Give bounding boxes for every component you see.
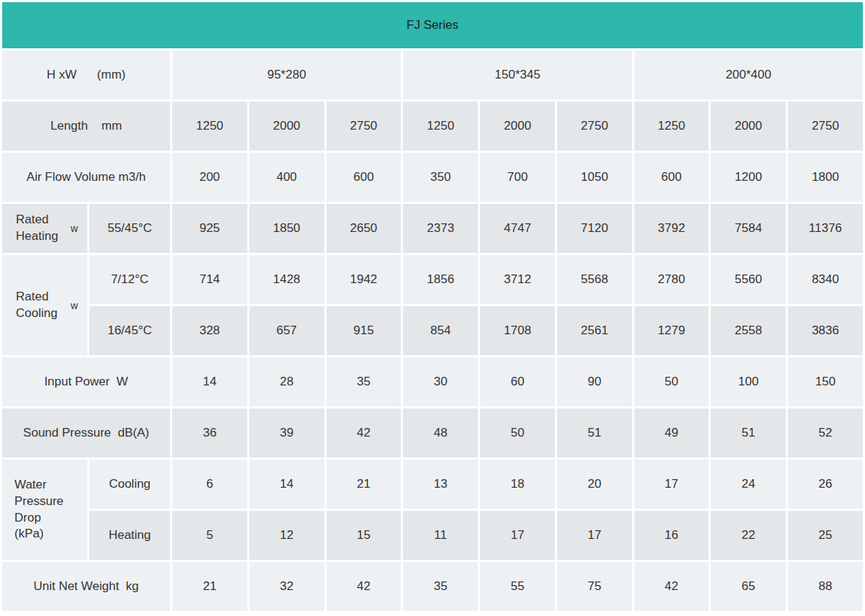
data-cell: 2780 [634, 255, 709, 304]
data-cell: 5 [172, 511, 247, 560]
rated-heating-unit: w [68, 223, 78, 234]
data-cell: 52 [788, 409, 863, 457]
data-cell: 1856 [403, 255, 478, 304]
data-cell: 14 [249, 460, 324, 509]
data-cell: 4747 [480, 204, 555, 253]
condition-cell: Heating [89, 511, 170, 560]
data-cell: 65 [711, 562, 786, 611]
data-cell: 1428 [249, 255, 324, 304]
data-cell: 2000 [480, 102, 555, 151]
data-cell: 1250 [403, 102, 478, 151]
data-cell: 75 [557, 562, 632, 611]
data-cell: 2373 [403, 204, 478, 253]
data-cell: 35 [327, 357, 402, 406]
data-cell: 15 [327, 511, 402, 560]
data-cell: 49 [634, 409, 709, 457]
airflow-row: Air Flow Volume m3/h 2004006003507001050… [2, 153, 863, 202]
data-cell: 2750 [327, 102, 402, 151]
row-label-rated-heating: Rated Heating w [2, 204, 87, 253]
data-cell: 2000 [711, 102, 786, 151]
data-cell: 1800 [788, 153, 863, 202]
data-cell: 854 [403, 306, 478, 355]
data-cell: 17 [557, 511, 632, 560]
data-cell: 3792 [634, 204, 709, 253]
data-cell: 600 [634, 153, 709, 202]
data-cell: 400 [249, 153, 324, 202]
data-cell: 7584 [711, 204, 786, 253]
input-power-row: Input Power W 14283530609050100150 [2, 357, 863, 406]
data-cell: 5568 [557, 255, 632, 304]
data-cell: 20 [557, 460, 632, 509]
data-cell: 1850 [249, 204, 324, 253]
data-cell: 50 [634, 357, 709, 406]
data-cell: 32 [249, 562, 324, 611]
data-cell: 2650 [327, 204, 402, 253]
rated-heating-label: Rated Heating [16, 212, 58, 245]
condition-cell: 55/45°C [89, 204, 170, 253]
data-cell: 55 [480, 562, 555, 611]
data-cell: 35 [403, 562, 478, 611]
data-cell: 25 [788, 511, 863, 560]
data-cell: 657 [249, 306, 324, 355]
data-cell: 2000 [249, 102, 324, 151]
data-cell: 39 [249, 409, 324, 457]
data-cell: 36 [172, 409, 247, 457]
row-label-weight: Unit Net Weight kg [2, 562, 170, 611]
data-cell: 18 [480, 460, 555, 509]
data-cell: 700 [480, 153, 555, 202]
table-header-row: FJ Series [2, 2, 863, 48]
data-cell: 6 [172, 460, 247, 509]
condition-cell: 16/45°C [89, 306, 170, 355]
data-cell: 16 [634, 511, 709, 560]
data-cell: 1250 [634, 102, 709, 151]
row-label-water-pressure: Water Pressure Drop (kPa) [2, 460, 87, 560]
data-cell: 28 [249, 357, 324, 406]
row-label-hxw: H xW (mm) [2, 50, 170, 99]
data-cell: 42 [634, 562, 709, 611]
data-cell: 88 [788, 562, 863, 611]
data-cell: 7120 [557, 204, 632, 253]
data-cell: 1942 [327, 255, 402, 304]
condition-cell: Cooling [89, 460, 170, 509]
data-cell: 5560 [711, 255, 786, 304]
data-cell: 150 [788, 357, 863, 406]
data-cell: 1200 [711, 153, 786, 202]
row-label-sound-pressure: Sound Pressure dB(A) [2, 409, 170, 457]
data-cell: 8340 [788, 255, 863, 304]
data-cell: 17 [634, 460, 709, 509]
data-cell: 3712 [480, 255, 555, 304]
length-row: Length mm 125020002750125020002750125020… [2, 102, 863, 151]
data-cell: 600 [327, 153, 402, 202]
data-cell: 2750 [788, 102, 863, 151]
fj-series-spec-table: FJ Series H xW (mm) 95*280150*345200*400… [0, 0, 865, 613]
data-cell: 13 [403, 460, 478, 509]
row-label-length: Length mm [2, 102, 170, 151]
data-cell: 12 [249, 511, 324, 560]
data-cell: 915 [327, 306, 402, 355]
row-label-rated-cooling: Rated Cooling w [2, 255, 87, 355]
data-cell: 350 [403, 153, 478, 202]
data-cell: 95*280 [172, 50, 401, 99]
hxw-row: H xW (mm) 95*280150*345200*400 [2, 50, 863, 99]
weight-row: Unit Net Weight kg 213242355575426588 [2, 562, 863, 611]
data-cell: 51 [711, 409, 786, 457]
table-title: FJ Series [2, 2, 863, 48]
rated-cooling-unit: w [68, 300, 78, 311]
water-pressure-row-1: Water Pressure Drop (kPa) Cooling 614211… [2, 460, 863, 509]
rated-cooling-label: Rated Cooling [16, 289, 58, 322]
data-cell: 3836 [788, 306, 863, 355]
data-cell: 26 [788, 460, 863, 509]
data-cell: 1250 [172, 102, 247, 151]
data-cell: 51 [557, 409, 632, 457]
rated-heating-row: Rated Heating w 55/45°C 9251850265023734… [2, 204, 863, 253]
data-cell: 200*400 [634, 50, 863, 99]
water-pressure-row-2: Heating 51215111717162225 [2, 511, 863, 560]
data-cell: 30 [403, 357, 478, 406]
data-cell: 21 [172, 562, 247, 611]
data-cell: 1279 [634, 306, 709, 355]
data-cell: 48 [403, 409, 478, 457]
rated-cooling-row-1: Rated Cooling w 7/12°C 71414281942185637… [2, 255, 863, 304]
data-cell: 14 [172, 357, 247, 406]
data-cell: 2750 [557, 102, 632, 151]
data-cell: 50 [480, 409, 555, 457]
